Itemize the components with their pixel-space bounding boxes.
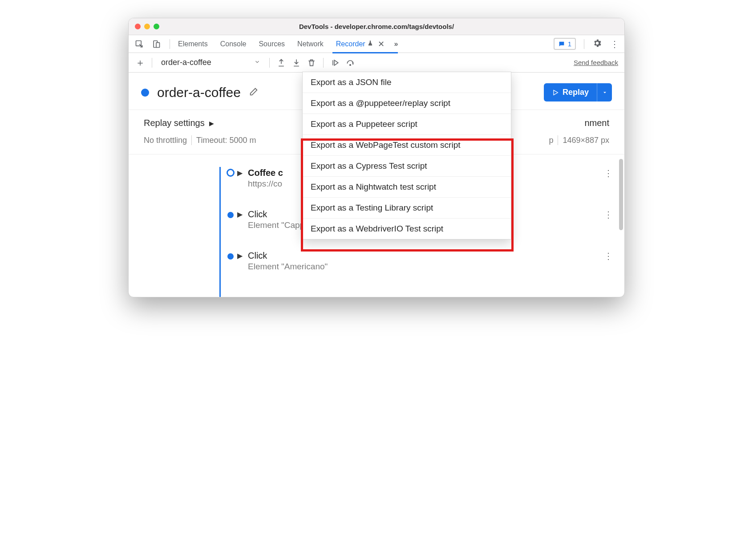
- step-kebab-icon[interactable]: ⋮: [604, 168, 614, 179]
- export-menu: Export as a JSON file Export as a @puppe…: [302, 72, 511, 239]
- export-item-testing-library[interactable]: Export as a Testing Library script: [303, 198, 511, 219]
- window-title: DevTools - developer.chrome.com/tags/dev…: [129, 23, 624, 30]
- replay-button-group: Replay: [544, 83, 612, 101]
- tab-label: Network: [297, 40, 324, 48]
- minimize-window-button[interactable]: [144, 24, 150, 29]
- throttling-value[interactable]: No throttling: [144, 136, 187, 145]
- scrollbar-thumb[interactable]: [619, 159, 623, 230]
- caret-down-icon: [602, 90, 607, 95]
- export-item-puppeteer-replay[interactable]: Export as a @puppeteer/replay script: [303, 93, 511, 114]
- tab-label: Elements: [178, 40, 208, 48]
- replay-dropdown-button[interactable]: [597, 83, 612, 101]
- triangle-right-icon[interactable]: ▶: [237, 210, 243, 219]
- recording-select[interactable]: order-a-coffee: [158, 56, 263, 69]
- tab-label: Sources: [259, 40, 285, 48]
- timeout-value[interactable]: Timeout: 5000 m: [196, 136, 256, 145]
- panel-tabs: Elements Console Sources Network Recorde…: [178, 35, 385, 53]
- close-tab-icon[interactable]: ✕: [378, 39, 385, 49]
- replay-button[interactable]: Replay: [544, 83, 597, 101]
- export-item-cypress[interactable]: Export as a Cypress Test script: [303, 156, 511, 177]
- export-item-webpagetest[interactable]: Export as a WebPageTest custom script: [303, 135, 511, 156]
- recording-title: order-a-coffee: [157, 85, 241, 100]
- replay-button-label: Replay: [563, 88, 589, 97]
- panel-tabstrip: Elements Console Sources Network Recorde…: [129, 35, 624, 53]
- replay-settings-toggle[interactable]: Replay settings ▶: [144, 118, 214, 128]
- tab-label: Recorder: [336, 40, 365, 48]
- delete-icon[interactable]: [306, 57, 317, 68]
- timeline-node-icon: [227, 253, 234, 260]
- separator: [323, 58, 324, 68]
- step-over-icon[interactable]: [345, 57, 356, 68]
- inspect-element-icon[interactable]: [134, 39, 145, 49]
- export-item-puppeteer[interactable]: Export as a Puppeteer script: [303, 114, 511, 135]
- experiment-flask-icon: [367, 40, 373, 48]
- play-icon: [552, 89, 559, 96]
- timeline-node-icon: [227, 169, 235, 177]
- export-item-nightwatch[interactable]: Export as a Nightwatch test script: [303, 177, 511, 198]
- step-row[interactable]: ▶ Click Element "Americano" ⋮: [139, 251, 614, 272]
- export-item-json[interactable]: Export as a JSON file: [303, 72, 511, 93]
- triangle-right-icon: ▶: [209, 120, 214, 127]
- svg-point-3: [350, 64, 351, 65]
- environment-heading-partial: nment: [584, 118, 609, 128]
- issues-badge[interactable]: 1: [554, 38, 576, 50]
- send-feedback-link[interactable]: Send feedback: [574, 59, 618, 66]
- new-recording-icon[interactable]: ＋: [135, 57, 146, 68]
- tab-recorder[interactable]: Recorder ✕: [336, 35, 385, 53]
- edit-title-icon[interactable]: [249, 87, 259, 98]
- separator: [558, 135, 558, 145]
- tab-network[interactable]: Network: [297, 35, 324, 53]
- tab-console[interactable]: Console: [220, 35, 247, 53]
- issues-count: 1: [568, 40, 571, 48]
- recording-select-value: order-a-coffee: [161, 58, 211, 67]
- replay-settings-label: Replay settings: [144, 118, 205, 128]
- export-item-webdriverio[interactable]: Export as a WebdriverIO Test script: [303, 219, 511, 239]
- timeline-node-icon: [227, 212, 234, 218]
- continue-replay-icon[interactable]: [330, 57, 340, 68]
- separator: [170, 39, 170, 49]
- step-kebab-icon[interactable]: ⋮: [604, 209, 614, 220]
- env-other-partial: p: [549, 136, 553, 145]
- settings-gear-icon[interactable]: [592, 38, 602, 50]
- separator: [584, 39, 584, 49]
- step-title: Click: [248, 251, 604, 261]
- device-toolbar-icon[interactable]: [151, 39, 162, 49]
- more-tabs-icon[interactable]: »: [394, 40, 398, 48]
- window-traffic-lights: [135, 24, 159, 29]
- recording-status-icon: [141, 89, 149, 97]
- triangle-right-icon[interactable]: ▶: [237, 252, 243, 260]
- separator: [269, 58, 270, 68]
- import-icon[interactable]: [291, 57, 302, 68]
- tab-sources[interactable]: Sources: [259, 35, 285, 53]
- zoom-window-button[interactable]: [154, 24, 159, 29]
- step-subtitle: Element "Americano": [248, 262, 604, 272]
- recorder-toolbar: ＋ order-a-coffee Send feedback: [129, 53, 624, 73]
- viewport-value: 1469×887 px: [563, 136, 609, 145]
- titlebar: DevTools - developer.chrome.com/tags/dev…: [129, 18, 624, 35]
- tab-label: Console: [220, 40, 247, 48]
- step-kebab-icon[interactable]: ⋮: [604, 251, 614, 261]
- tab-elements[interactable]: Elements: [178, 35, 208, 53]
- chat-icon: [558, 41, 565, 48]
- svg-rect-2: [156, 42, 160, 47]
- separator: [191, 135, 192, 145]
- devtools-kebab-icon[interactable]: ⋮: [610, 39, 619, 49]
- export-icon[interactable]: [276, 57, 287, 68]
- close-window-button[interactable]: [135, 24, 141, 29]
- separator: [152, 58, 152, 68]
- chevron-down-icon: [254, 58, 260, 67]
- devtools-window: DevTools - developer.chrome.com/tags/dev…: [128, 18, 625, 297]
- triangle-right-icon[interactable]: ▶: [237, 169, 243, 177]
